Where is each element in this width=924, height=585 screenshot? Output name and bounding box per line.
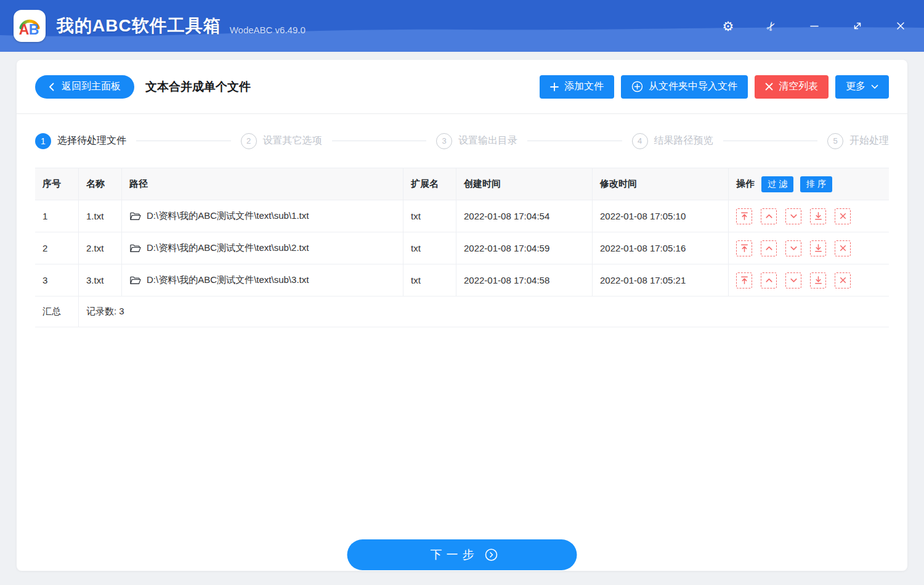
titlebar: A B 我的ABC软件工具箱 WodeABC v6.49.0 ⚙ ✂ <box>0 0 924 52</box>
cell-created: 2022-01-08 17:04:58 <box>456 264 593 296</box>
circle-arrow-right-icon <box>485 548 498 562</box>
ab-logo-icon: A B <box>16 12 43 39</box>
x-icon <box>765 83 773 91</box>
move-down-button[interactable] <box>785 272 801 288</box>
step-1-number: 1 <box>35 133 51 149</box>
window-controls: ⚙ ✂ <box>696 15 912 37</box>
move-top-icon <box>739 275 750 285</box>
file-path: D:\资料\我的ABC测试文件\text\sub\2.txt <box>147 242 309 254</box>
app-logo: A B <box>14 10 46 42</box>
circle-plus-icon <box>631 81 643 92</box>
header-ext: 扩展名 <box>403 168 456 200</box>
page-title: 文本合并成单个文件 <box>145 79 251 95</box>
move-up-icon <box>764 275 774 285</box>
cell-name: 3.txt <box>79 264 122 296</box>
move-top-button[interactable] <box>736 272 752 288</box>
folder-icon <box>129 211 141 221</box>
app-version: WodeABC v6.49.0 <box>230 25 306 35</box>
move-up-button[interactable] <box>761 272 777 288</box>
gear-icon: ⚙ <box>723 20 734 33</box>
svg-text:A: A <box>19 22 30 38</box>
delete-icon <box>838 243 848 253</box>
table-row: 3 3.txt D:\资料\我的ABC测试文件\text\sub\3.txt t… <box>35 264 889 297</box>
move-down-button[interactable] <box>785 240 801 256</box>
clear-list-button[interactable]: 清空列表 <box>755 75 829 99</box>
delete-icon <box>838 275 848 285</box>
move-bottom-button[interactable] <box>810 240 826 256</box>
file-table: 序号 名称 路径 扩展名 创建时间 修改时间 操作 过滤 排序 1 1.txt … <box>35 168 889 327</box>
sort-button[interactable]: 排序 <box>800 176 832 192</box>
file-path: D:\资料\我的ABC测试文件\text\sub\1.txt <box>147 210 309 222</box>
import-from-folder-label: 从文件夹中导入文件 <box>649 80 737 93</box>
chevron-down-icon <box>871 84 878 89</box>
resize-button[interactable] <box>846 15 869 37</box>
move-up-button[interactable] <box>761 208 777 224</box>
move-bottom-button[interactable] <box>810 208 826 224</box>
delete-row-button[interactable] <box>835 272 851 288</box>
page-header: 返回到主面板 文本合并成单个文件 添加文件 从文件夹中导入文件 清空列表 更多 <box>17 60 907 114</box>
next-step-button[interactable]: 下一步 <box>347 539 577 570</box>
more-label: 更多 <box>846 80 865 93</box>
move-top-button[interactable] <box>736 208 752 224</box>
move-top-icon <box>739 243 750 253</box>
move-top-button[interactable] <box>736 240 752 256</box>
minimize-icon <box>809 20 820 31</box>
header-path: 路径 <box>122 168 403 200</box>
main-panel: 返回到主面板 文本合并成单个文件 添加文件 从文件夹中导入文件 清空列表 更多 … <box>17 60 907 571</box>
summary-label: 汇总 <box>35 297 79 327</box>
cell-no: 2 <box>35 232 79 264</box>
more-button[interactable]: 更多 <box>835 75 889 99</box>
close-icon <box>895 20 906 31</box>
move-bottom-icon <box>813 275 824 285</box>
step-4-label: 结果路径预览 <box>654 134 713 147</box>
step-5-number: 5 <box>827 133 843 149</box>
move-bottom-icon <box>813 211 824 221</box>
cell-path: D:\资料\我的ABC测试文件\text\sub\3.txt <box>122 264 403 296</box>
app-title: 我的ABC软件工具箱 <box>57 14 221 38</box>
cell-created: 2022-01-08 17:04:54 <box>456 200 593 232</box>
header-actions: 操作 过滤 排序 <box>729 168 889 200</box>
import-from-folder-button[interactable]: 从文件夹中导入文件 <box>621 75 748 99</box>
header-no: 序号 <box>35 168 79 200</box>
cell-actions <box>729 200 889 232</box>
resize-icon <box>852 20 863 31</box>
folder-icon <box>129 243 141 253</box>
delete-row-button[interactable] <box>835 208 851 224</box>
plus-icon <box>550 83 559 91</box>
step-5-process: 5 开始处理 <box>827 133 889 149</box>
back-button-label: 返回到主面板 <box>62 80 121 93</box>
chevron-left-icon <box>49 83 54 91</box>
step-connector <box>136 141 231 141</box>
scissors-icon: ✂ <box>764 18 779 33</box>
step-2-number: 2 <box>241 133 257 149</box>
cell-path: D:\资料\我的ABC测试文件\text\sub\2.txt <box>122 232 403 264</box>
file-path: D:\资料\我的ABC测试文件\text\sub\3.txt <box>147 274 309 286</box>
move-down-button[interactable] <box>785 208 801 224</box>
close-button[interactable] <box>890 15 912 37</box>
back-to-dashboard-button[interactable]: 返回到主面板 <box>35 75 134 99</box>
settings-button[interactable]: ⚙ <box>717 15 739 37</box>
delete-row-button[interactable] <box>835 240 851 256</box>
step-connector <box>527 141 622 141</box>
step-4-number: 4 <box>632 133 648 149</box>
clear-list-label: 清空列表 <box>779 80 818 93</box>
add-files-button[interactable]: 添加文件 <box>540 75 614 99</box>
step-1-select-files: 1 选择待处理文件 <box>35 133 126 149</box>
move-bottom-button[interactable] <box>810 272 826 288</box>
move-up-button[interactable] <box>761 240 777 256</box>
svg-text:B: B <box>29 22 39 38</box>
table-header-row: 序号 名称 路径 扩展名 创建时间 修改时间 操作 过滤 排序 <box>35 168 889 200</box>
cell-ext: txt <box>403 232 456 264</box>
move-up-icon <box>764 211 774 221</box>
delete-icon <box>838 211 848 221</box>
step-1-label: 选择待处理文件 <box>57 134 126 147</box>
step-2-label: 设置其它选项 <box>263 134 322 147</box>
snip-button[interactable]: ✂ <box>760 15 782 37</box>
header-actions-label: 操作 <box>736 178 755 190</box>
minimize-button[interactable] <box>803 15 825 37</box>
cell-actions <box>729 232 889 264</box>
cell-no: 1 <box>35 200 79 232</box>
move-down-icon <box>788 275 799 285</box>
cell-modified: 2022-01-08 17:05:21 <box>593 264 729 296</box>
filter-button[interactable]: 过滤 <box>761 176 793 192</box>
